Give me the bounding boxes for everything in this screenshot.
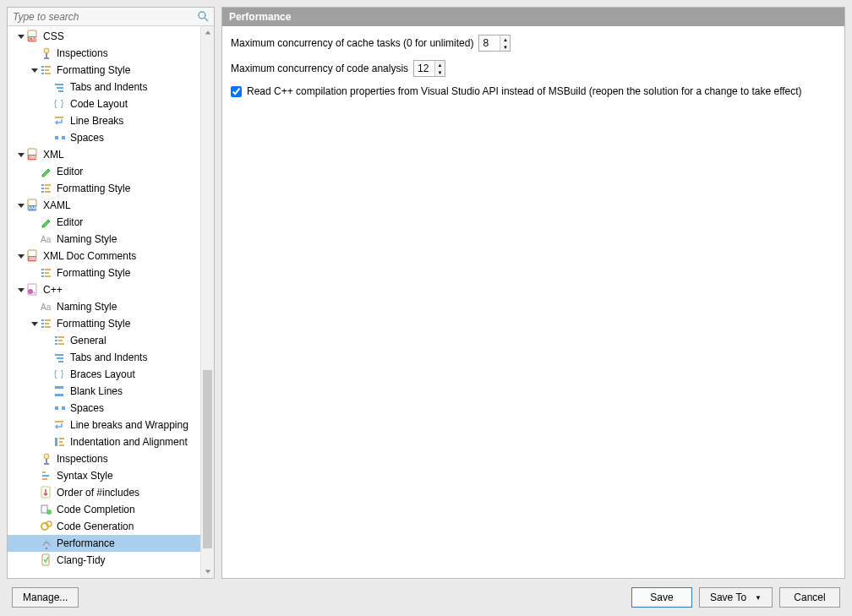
tree-arrow-icon[interactable] [16, 285, 26, 295]
css-icon [26, 30, 40, 43]
tree-item-label: Tabs and Indents [70, 81, 147, 93]
syntax-icon [40, 469, 53, 482]
tree-item[interactable]: Braces Layout [8, 366, 214, 383]
tree-item[interactable]: Line Breaks [8, 112, 214, 129]
analysis-concurrency-input[interactable] [414, 61, 434, 76]
tree-item[interactable]: Blank Lines [8, 383, 214, 400]
format-icon [40, 63, 53, 77]
cache-concurrency-spinner[interactable]: ▲ ▼ [478, 35, 511, 52]
tree-arrow-icon [43, 420, 53, 430]
xmldoc-icon [26, 249, 40, 263]
search-row [8, 8, 214, 26]
tree-item[interactable]: Inspections [8, 450, 214, 467]
settings-tree: CSSInspectionsFormatting StyleTabs and I… [8, 26, 214, 570]
tree-arrow-icon [30, 538, 40, 548]
align-icon [53, 435, 67, 449]
tree-item[interactable]: Formatting Style [8, 264, 214, 281]
cpp-icon [26, 283, 40, 297]
tree-item[interactable]: Line breaks and Wrapping [8, 417, 214, 433]
tree-item-label: XML [43, 149, 64, 161]
tree-item[interactable]: General [8, 332, 214, 349]
analysis-concurrency-spinner[interactable]: ▲ ▼ [413, 60, 445, 77]
tree-arrow-icon [43, 386, 53, 396]
tree-arrow-icon [43, 437, 53, 447]
tree-item[interactable]: Inspections [8, 45, 214, 62]
tree-item[interactable]: Code Generation [8, 518, 214, 535]
save-to-button[interactable]: Save To ▼ [699, 587, 773, 608]
blank-icon [53, 384, 67, 398]
cpp-api-checkbox-row[interactable]: Read C++ compilation properties from Vis… [231, 85, 836, 97]
tree-item-label: Tabs and Indents [70, 352, 147, 363]
tree-item-label: Formatting Style [57, 267, 130, 279]
spin-down-icon[interactable]: ▼ [435, 68, 445, 76]
tree-arrow-icon [30, 166, 40, 177]
tree-arrow-icon [30, 521, 40, 532]
spaces-icon [53, 401, 67, 415]
tree-item[interactable]: Spaces [8, 129, 214, 146]
tree-arrow-icon[interactable] [16, 200, 26, 210]
tree-arrow-icon [43, 403, 53, 413]
search-input[interactable] [8, 8, 214, 25]
manage-button[interactable]: Manage... [12, 587, 79, 608]
tree-item-label: Performance [57, 537, 115, 549]
spin-up-icon[interactable]: ▲ [500, 35, 510, 43]
tree-item[interactable]: Tabs and Indents [8, 349, 214, 366]
save-button[interactable]: Save [631, 587, 692, 608]
tree-arrow-icon[interactable] [16, 150, 26, 160]
tree-item[interactable]: XML Doc Comments [8, 248, 214, 264]
tree-item[interactable]: Order of #includes [8, 484, 214, 501]
tree-item[interactable]: Code Layout [8, 95, 214, 112]
scroll-down-icon[interactable] [201, 564, 214, 578]
tree-item[interactable]: Indentation and Alignment [8, 433, 214, 450]
tree-item[interactable]: CSS [8, 28, 214, 45]
tree-arrow-icon [30, 555, 40, 565]
tree-item[interactable]: Naming Style [8, 231, 214, 248]
tree-arrow-icon [30, 234, 40, 244]
order-icon [40, 486, 53, 499]
format-icon [40, 182, 53, 195]
tree-item-label: Blank Lines [70, 385, 123, 397]
tree-item-label: CSS [43, 30, 64, 42]
tree-item[interactable]: Syntax Style [8, 467, 214, 484]
tree-arrow-icon[interactable] [30, 65, 40, 75]
tree-item-label: Naming Style [57, 233, 117, 245]
tree-item[interactable]: XAML [8, 197, 214, 214]
search-icon[interactable] [197, 10, 210, 24]
tree-arrow-icon[interactable] [16, 251, 26, 261]
tree-item[interactable]: Editor [8, 163, 214, 180]
tree-scrollbar[interactable] [200, 26, 214, 578]
tree-item[interactable]: Formatting Style [8, 180, 214, 197]
tree-arrow-icon[interactable] [16, 31, 26, 41]
tree-arrow-icon[interactable] [30, 319, 40, 329]
tree-item-label: Line Breaks [70, 115, 123, 127]
tree-item[interactable]: C++ [8, 281, 214, 298]
footer-bar: Manage... Save Save To ▼ Cancel [0, 579, 852, 616]
tree-item[interactable]: Spaces [8, 400, 214, 417]
tree-item[interactable]: Code Completion [8, 501, 214, 518]
inspect-icon [40, 452, 53, 466]
inspect-icon [40, 46, 53, 60]
tree-item-label: Line breaks and Wrapping [70, 419, 188, 431]
linebrk-icon [53, 114, 67, 128]
spin-down-icon[interactable]: ▼ [500, 43, 510, 51]
tree-item-label: Formatting Style [57, 183, 130, 194]
spin-up-icon[interactable]: ▲ [435, 61, 445, 68]
scroll-up-icon[interactable] [201, 26, 214, 40]
tree-item[interactable]: XML [8, 146, 214, 163]
tree-item-label: Formatting Style [57, 318, 130, 330]
tree-item-label: C++ [43, 284, 63, 296]
tree-item[interactable]: Editor [8, 214, 214, 231]
cancel-button[interactable]: Cancel [779, 587, 840, 608]
spaces-icon [53, 131, 67, 144]
tree-item[interactable]: Naming Style [8, 298, 214, 315]
tree-arrow-icon [30, 471, 40, 481]
tree-item[interactable]: Tabs and Indents [8, 79, 214, 95]
xaml-icon [26, 199, 40, 212]
cache-concurrency-label: Maximum concurrency of cache tasks (0 fo… [231, 37, 473, 49]
tree-item[interactable]: Performance [8, 535, 214, 552]
cpp-api-checkbox[interactable] [231, 86, 242, 97]
tree-item[interactable]: Formatting Style [8, 62, 214, 79]
tree-item[interactable]: Formatting Style [8, 315, 214, 332]
tree-item[interactable]: Clang-Tidy [8, 552, 214, 569]
cache-concurrency-input[interactable] [479, 35, 500, 51]
